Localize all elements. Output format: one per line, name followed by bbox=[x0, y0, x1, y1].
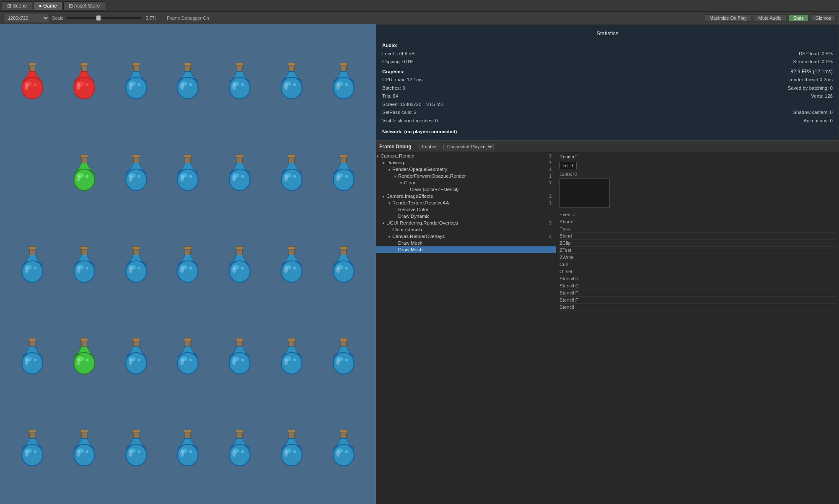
potion-0-3[interactable] bbox=[167, 56, 209, 106]
potion-2-1[interactable] bbox=[63, 239, 105, 289]
svg-rect-19 bbox=[184, 63, 192, 66]
potion-1-2[interactable] bbox=[115, 147, 157, 198]
stats-screen: Screen: 1280x720 - 10.5 MB bbox=[382, 101, 833, 109]
svg-point-88 bbox=[85, 266, 88, 269]
potion-4-0[interactable] bbox=[11, 423, 53, 473]
svg-point-166 bbox=[34, 450, 36, 453]
mute-audio-button[interactable]: Mute Audio bbox=[754, 14, 786, 22]
potion-1-0[interactable] bbox=[11, 147, 53, 198]
svg-rect-127 bbox=[80, 338, 88, 341]
potion-2-6[interactable] bbox=[323, 239, 365, 289]
connected-player-select[interactable]: Connected Playe▾ bbox=[443, 143, 494, 150]
frame-debug-tree-item[interactable]: Camera.ImageEffects2 bbox=[376, 193, 556, 199]
potion-4-1[interactable] bbox=[63, 423, 105, 473]
potion-4-4[interactable] bbox=[219, 423, 261, 473]
potions-grid bbox=[0, 24, 376, 504]
svg-point-124 bbox=[34, 358, 36, 361]
right-panel: Statistics Audio: Level: -74.8 dB DSP lo… bbox=[376, 24, 839, 504]
svg-rect-25 bbox=[236, 63, 243, 66]
potion-4-3[interactable] bbox=[167, 423, 209, 473]
potion-4-5[interactable] bbox=[271, 423, 313, 473]
stats-button[interactable]: Stats bbox=[789, 14, 808, 22]
scale-slider[interactable] bbox=[66, 17, 142, 19]
svg-rect-67 bbox=[288, 155, 295, 158]
svg-point-178 bbox=[137, 450, 140, 453]
frame-debug-tree-item[interactable]: Clear (color+Z+stencil) bbox=[376, 186, 556, 193]
potion-3-0[interactable] bbox=[11, 331, 53, 381]
frame-debug-tree-item[interactable]: Draw Mesh bbox=[376, 246, 556, 253]
frame-debug-tree-item[interactable]: UGUI.Rendering.RenderOverlays3 bbox=[376, 220, 556, 226]
potion-0-4[interactable] bbox=[219, 56, 261, 106]
svg-rect-139 bbox=[184, 338, 192, 341]
potion-2-3[interactable] bbox=[167, 239, 209, 289]
svg-rect-61 bbox=[236, 155, 243, 158]
tab-asset-store[interactable]: ⊞ Asset Store bbox=[63, 1, 106, 10]
potion-2-4[interactable] bbox=[219, 239, 261, 289]
svg-point-28 bbox=[241, 83, 244, 86]
frame-debug-tree-item[interactable]: Drawing1 bbox=[376, 159, 556, 166]
frame-debug-tree[interactable]: Camera.Render3Drawing1Render.OpaqueGeome… bbox=[376, 152, 556, 504]
game-icon: ● bbox=[39, 3, 41, 9]
potion-2-2[interactable] bbox=[115, 239, 157, 289]
frame-debug-tree-item[interactable]: Canvas.RenderOverlays2 bbox=[376, 233, 556, 240]
frame-debug-enable-button[interactable]: Enable bbox=[417, 143, 441, 150]
svg-point-131 bbox=[77, 358, 80, 365]
gizmos-button[interactable]: Gizmos bbox=[811, 14, 836, 22]
frame-debug-tree-item[interactable]: Render.OpaqueGeometry1 bbox=[376, 166, 556, 173]
potion-2-0[interactable] bbox=[11, 239, 53, 289]
potion-2-5[interactable] bbox=[271, 239, 313, 289]
detail-cull: Cull bbox=[559, 261, 836, 268]
potion-0-2[interactable] bbox=[115, 56, 157, 106]
svg-rect-31 bbox=[288, 63, 295, 66]
svg-point-47 bbox=[77, 175, 80, 181]
potion-1-4[interactable] bbox=[219, 147, 261, 198]
resolution-select[interactable]: 1280x720 bbox=[3, 14, 49, 22]
scene-icon: ⊞ bbox=[7, 3, 11, 9]
potion-1-3[interactable] bbox=[167, 147, 209, 198]
svg-point-107 bbox=[232, 266, 236, 273]
svg-rect-145 bbox=[236, 338, 243, 341]
potion-0-0[interactable] bbox=[11, 56, 53, 106]
maximize-on-play-button[interactable]: Maximize On Play bbox=[705, 14, 751, 22]
frame-debug-tree-item[interactable]: RenderTexture.ResolveAA1 bbox=[376, 199, 556, 206]
top-toolbar: ⊞ Scene ● Game ⊞ Asset Store bbox=[0, 0, 839, 12]
potion-0-6[interactable] bbox=[323, 56, 365, 106]
potion-1-6[interactable] bbox=[323, 147, 365, 198]
potion-4-6[interactable] bbox=[323, 423, 365, 473]
frame-debug-tree-item[interactable]: Draw Dynamic bbox=[376, 213, 556, 220]
svg-rect-13 bbox=[132, 63, 140, 66]
potion-0-1[interactable] bbox=[63, 56, 105, 106]
tab-scene[interactable]: ⊞ Scene bbox=[2, 1, 32, 10]
svg-point-53 bbox=[129, 175, 132, 181]
potion-1-1[interactable] bbox=[63, 147, 105, 198]
stats-setpass-row: SetPass calls: 2 Shadow casters: 0 bbox=[382, 109, 833, 117]
potion-4-2[interactable] bbox=[115, 423, 157, 473]
frame-debug-tree-item[interactable]: Camera.Render3 bbox=[376, 152, 556, 159]
potion-1-5[interactable] bbox=[271, 147, 313, 198]
detail-stencil-p: Stencil P bbox=[559, 289, 836, 297]
frame-debug-details: RenderT RT 0 1280x72 Event # Shader Pass bbox=[556, 152, 839, 504]
svg-rect-1 bbox=[28, 63, 36, 66]
potion-0-5[interactable] bbox=[271, 56, 313, 106]
frame-debug-tree-item[interactable]: RenderForwardOpaque.Render1 bbox=[376, 173, 556, 179]
potion-3-4[interactable] bbox=[219, 331, 261, 381]
svg-rect-97 bbox=[184, 246, 192, 249]
frame-debug-tree-item[interactable]: Resolve Color bbox=[376, 206, 556, 213]
svg-rect-7 bbox=[80, 63, 88, 66]
tab-asset-store-label: Asset Store bbox=[74, 3, 100, 9]
tab-game[interactable]: ● Game bbox=[33, 1, 62, 10]
svg-point-101 bbox=[180, 266, 184, 273]
potion-3-2[interactable] bbox=[115, 331, 157, 381]
svg-point-202 bbox=[345, 450, 348, 453]
frame-debug-tree-item[interactable]: Clear1 bbox=[376, 179, 556, 186]
potion-3-5[interactable] bbox=[271, 331, 313, 381]
detail-offset: Offset bbox=[559, 268, 836, 275]
potion-3-3[interactable] bbox=[167, 331, 209, 381]
potion-3-1[interactable] bbox=[63, 331, 105, 381]
frame-debug-tree-item[interactable]: Clear (stencil) bbox=[376, 226, 556, 233]
rt-label: RenderT bbox=[559, 154, 836, 159]
tab-game-label: Game bbox=[43, 3, 57, 9]
potion-3-6[interactable] bbox=[323, 331, 365, 381]
svg-point-113 bbox=[284, 266, 288, 273]
frame-debug-tree-item[interactable]: Draw Mesh bbox=[376, 240, 556, 246]
